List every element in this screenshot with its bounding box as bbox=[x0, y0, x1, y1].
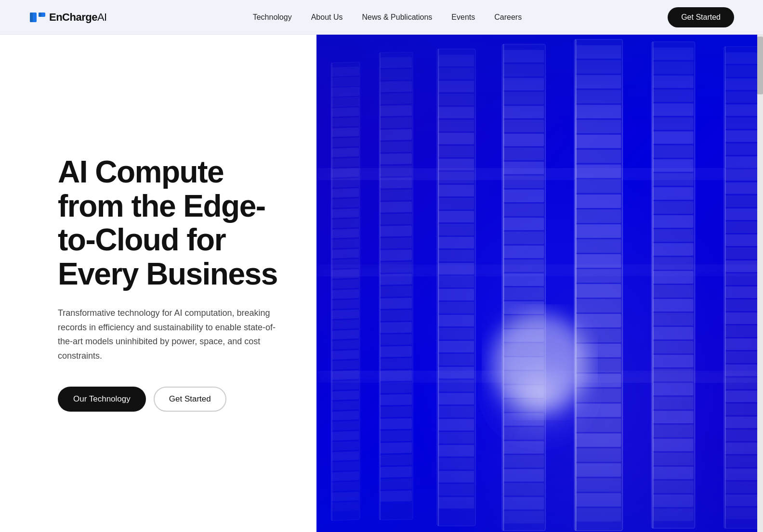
svg-rect-39 bbox=[332, 390, 359, 400]
svg-rect-217 bbox=[653, 285, 694, 298]
svg-rect-263 bbox=[725, 403, 761, 415]
logo[interactable]: EnChargeAI bbox=[29, 9, 107, 26]
svg-rect-82 bbox=[380, 394, 412, 405]
svg-rect-33 bbox=[332, 330, 359, 339]
svg-rect-242 bbox=[725, 130, 761, 142]
svg-rect-143 bbox=[504, 232, 544, 244]
svg-rect-35 bbox=[332, 350, 359, 360]
svg-rect-77 bbox=[380, 334, 412, 345]
svg-rect-249 bbox=[725, 221, 761, 233]
get-started-button[interactable]: Get Started bbox=[154, 387, 226, 412]
logo-icon bbox=[29, 9, 46, 26]
svg-rect-225 bbox=[653, 397, 694, 409]
svg-rect-83 bbox=[380, 406, 412, 417]
nav-item-news[interactable]: News & Publications bbox=[362, 13, 432, 22]
hero-buttons: Our Technology Get Started bbox=[58, 387, 278, 412]
svg-rect-179 bbox=[576, 239, 621, 253]
svg-rect-211 bbox=[653, 201, 694, 214]
nav-link-about[interactable]: About Us bbox=[311, 13, 343, 21]
svg-rect-67 bbox=[380, 213, 412, 224]
hero-title: AI Compute from the Edge-to-Cloud for Ev… bbox=[58, 155, 278, 291]
svg-rect-66 bbox=[380, 201, 412, 212]
svg-rect-24 bbox=[332, 239, 359, 248]
svg-rect-141 bbox=[504, 204, 544, 216]
logo-text: EnChargeAI bbox=[49, 11, 107, 24]
svg-rect-70 bbox=[380, 249, 412, 260]
svg-rect-25 bbox=[332, 249, 359, 259]
svg-rect-73 bbox=[380, 286, 412, 297]
svg-rect-227 bbox=[653, 425, 694, 437]
svg-rect-1 bbox=[30, 13, 33, 22]
svg-rect-60 bbox=[380, 129, 412, 140]
hero-right-panel bbox=[316, 35, 763, 532]
svg-rect-136 bbox=[504, 134, 544, 146]
svg-rect-243 bbox=[725, 143, 761, 155]
svg-rect-41 bbox=[332, 411, 359, 420]
svg-rect-248 bbox=[725, 208, 761, 220]
hero-section: AI Compute from the Edge-to-Cloud for Ev… bbox=[0, 0, 763, 532]
svg-line-279 bbox=[316, 372, 763, 381]
svg-rect-220 bbox=[653, 327, 694, 339]
scrollbar-thumb[interactable] bbox=[757, 37, 763, 94]
svg-rect-218 bbox=[653, 299, 694, 311]
svg-rect-15 bbox=[332, 148, 359, 157]
svg-rect-210 bbox=[653, 187, 694, 200]
navbar-get-started-button[interactable]: Get Started bbox=[668, 7, 734, 27]
svg-rect-29 bbox=[332, 289, 359, 299]
svg-rect-207 bbox=[653, 145, 694, 158]
hero-left-panel: AI Compute from the Edge-to-Cloud for Ev… bbox=[0, 35, 316, 532]
svg-rect-250 bbox=[725, 234, 761, 246]
svg-rect-258 bbox=[725, 338, 761, 350]
svg-rect-177 bbox=[576, 209, 621, 223]
svg-rect-32 bbox=[332, 320, 359, 329]
scrollbar[interactable] bbox=[757, 35, 763, 532]
svg-rect-226 bbox=[653, 411, 694, 423]
svg-rect-34 bbox=[332, 340, 359, 350]
nav-link-news[interactable]: News & Publications bbox=[362, 13, 432, 21]
svg-rect-76 bbox=[380, 322, 412, 333]
svg-rect-142 bbox=[504, 218, 544, 230]
server-visual bbox=[316, 35, 763, 532]
svg-rect-255 bbox=[725, 299, 761, 311]
nav-item-events[interactable]: Events bbox=[451, 13, 475, 22]
svg-rect-214 bbox=[653, 243, 694, 256]
svg-rect-144 bbox=[504, 246, 544, 258]
svg-rect-42 bbox=[332, 421, 359, 430]
svg-rect-78 bbox=[380, 346, 412, 357]
svg-rect-108 bbox=[439, 250, 474, 261]
svg-rect-40 bbox=[332, 401, 359, 410]
nav-item-about[interactable]: About Us bbox=[311, 13, 343, 22]
svg-rect-99 bbox=[439, 133, 474, 144]
svg-rect-276 bbox=[316, 436, 763, 532]
nav-item-careers[interactable]: Careers bbox=[494, 13, 522, 22]
svg-line-278 bbox=[316, 266, 763, 275]
svg-rect-254 bbox=[725, 286, 761, 298]
nav-link-careers[interactable]: Careers bbox=[494, 13, 522, 21]
svg-rect-20 bbox=[332, 198, 359, 208]
svg-rect-213 bbox=[653, 229, 694, 242]
svg-rect-69 bbox=[380, 237, 412, 248]
svg-rect-256 bbox=[725, 312, 761, 324]
svg-rect-100 bbox=[439, 146, 474, 157]
svg-rect-61 bbox=[380, 141, 412, 152]
svg-rect-104 bbox=[439, 198, 474, 209]
svg-rect-106 bbox=[439, 224, 474, 235]
our-technology-button[interactable]: Our Technology bbox=[58, 387, 146, 412]
svg-rect-178 bbox=[576, 224, 621, 238]
svg-rect-107 bbox=[439, 237, 474, 248]
svg-rect-75 bbox=[380, 310, 412, 321]
svg-rect-264 bbox=[725, 416, 761, 428]
nav-link-events[interactable]: Events bbox=[451, 13, 475, 21]
nav-link-technology[interactable]: Technology bbox=[253, 13, 292, 21]
navbar: EnChargeAI Technology About Us News & Pu… bbox=[0, 0, 763, 35]
svg-rect-221 bbox=[653, 341, 694, 353]
svg-rect-172 bbox=[576, 135, 621, 148]
svg-rect-14 bbox=[332, 138, 359, 147]
nav-item-technology[interactable]: Technology bbox=[253, 13, 292, 22]
svg-rect-275 bbox=[316, 35, 763, 131]
svg-rect-23 bbox=[332, 229, 359, 238]
svg-rect-84 bbox=[380, 418, 412, 429]
svg-rect-22 bbox=[332, 219, 359, 228]
svg-rect-68 bbox=[380, 225, 412, 236]
svg-rect-219 bbox=[653, 313, 694, 325]
